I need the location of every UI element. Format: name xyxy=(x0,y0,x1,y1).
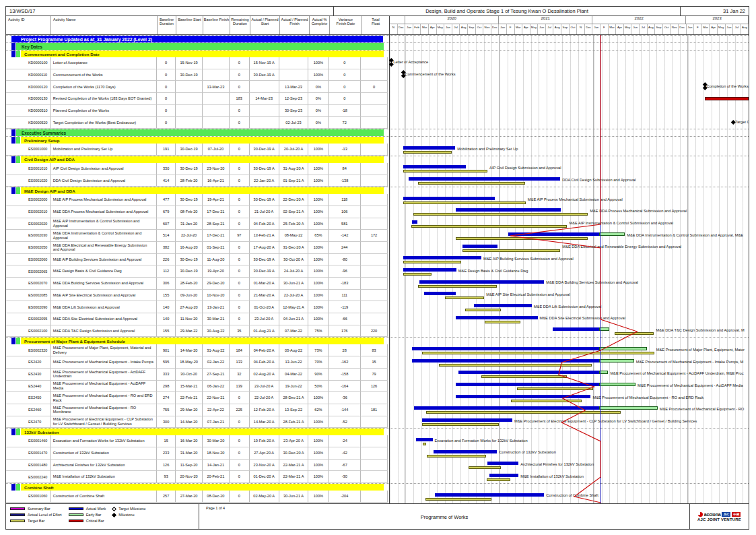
baseline-duration: 330 xyxy=(157,163,176,175)
total-float xyxy=(361,144,388,156)
timeline-month: F xyxy=(694,24,702,34)
group-indent-band xyxy=(16,51,20,57)
group-indent-band xyxy=(11,429,15,435)
timeline-year: 2022 xyxy=(592,16,686,24)
remaining-duration: 0 xyxy=(230,175,250,187)
actual-start xyxy=(250,105,279,117)
actual-finish: 25-Feb-20 A xyxy=(279,218,309,230)
gantt-bar-target xyxy=(422,423,499,426)
actual-start xyxy=(250,117,279,129)
activity-name: Commencement of the Works xyxy=(51,69,157,82)
baseline-duration: 0 xyxy=(157,105,176,117)
pct-complete: 0% xyxy=(308,81,329,93)
gantt-bar-target xyxy=(413,213,588,216)
pct-complete: 73% xyxy=(308,344,329,356)
gantt-cell: M&E Procurement of Mechanical Equipment … xyxy=(388,356,749,369)
legend-swatch xyxy=(10,513,25,516)
actual-finish: 22-Mar-21 A xyxy=(279,460,309,472)
pct-complete: 90% xyxy=(308,369,329,381)
timeline-month: Nov xyxy=(483,24,491,34)
baseline-finish: 06-Jan-22 xyxy=(203,381,230,393)
gantt-cell: M&E DDA Building Services Submission and… xyxy=(388,278,749,290)
table-row: ES0002320M&E Procurement of Major Plant,… xyxy=(6,344,749,356)
remaining-duration: 35 xyxy=(230,325,250,338)
activity-id-cell: ES0002060 xyxy=(6,254,51,266)
timeline-month: Feb xyxy=(413,24,421,34)
baseline-finish: 30-Mar-20 xyxy=(203,435,230,447)
gantt-bar-label: M&E DDA Site Electrical Submission and A… xyxy=(540,316,625,320)
timeline-month: F xyxy=(600,24,609,34)
group-indent-band xyxy=(16,484,20,491)
gantt-bar-label: M&E DDA Electrical and Renewable Energy … xyxy=(562,245,681,249)
group-indent-band xyxy=(16,137,20,144)
group-gantt-space xyxy=(384,484,745,491)
group-indent-band xyxy=(16,156,20,163)
gantt-cell: Excavation and Formation Works for 132kV… xyxy=(388,435,749,447)
timeline-month: Aug xyxy=(553,24,561,34)
variance-finish: -30 xyxy=(329,471,361,483)
baseline-finish xyxy=(203,105,230,117)
activity-id-cell: ES0002030 xyxy=(6,230,51,242)
timeline-header: 2020202120222023 NDecJanFebMarAprMayJunJ… xyxy=(389,16,749,34)
timeline-month: Oct xyxy=(663,24,671,34)
pct-complete: 100% xyxy=(308,254,329,266)
group-indent-band xyxy=(11,129,15,136)
gantt-cell: Commencement of the Works xyxy=(388,69,749,82)
baseline-duration: 155 xyxy=(157,325,176,338)
baseline-start: 22-Feb-21 xyxy=(176,392,203,404)
baseline-duration: 274 xyxy=(157,392,176,404)
total-float xyxy=(361,460,388,472)
remaining-duration: 0 xyxy=(230,218,250,230)
baseline-start: 16-Aug-20 xyxy=(176,242,203,254)
baseline-finish: 11-Aug-20 xyxy=(203,254,230,266)
group-header-label: Executive Summaries xyxy=(16,129,384,136)
table-row: ES0001010AIP Civil Design Submission and… xyxy=(6,163,749,175)
total-float xyxy=(361,290,388,302)
table-row: ES0002090M&E DDA Lift Submission and App… xyxy=(6,301,749,313)
baseline-start: 29-Mar-22 xyxy=(176,325,203,338)
group-gantt-space xyxy=(384,137,745,144)
gantt-bar-label: M&E AIP Site Electrical Submission and A… xyxy=(486,292,570,296)
activity-name: M&E Procurement of Mechanical Equipment … xyxy=(51,404,157,416)
footer-center: Page 1 of 4 Programme of Works xyxy=(199,504,689,529)
baseline-duration: 0 xyxy=(157,69,176,82)
variance-finish: 0 xyxy=(329,69,361,82)
actual-start: 21-Jul-20 A xyxy=(250,206,279,218)
baseline-start: 30-Dec-19 xyxy=(176,69,203,82)
pct-complete: 62% xyxy=(308,404,329,416)
gantt-bar-target xyxy=(511,400,582,402)
milestone-icon xyxy=(112,512,116,517)
activity-name: M&E DDA Building Services Submission and… xyxy=(51,278,157,290)
baseline-finish: 02-Jan-22 xyxy=(203,356,230,369)
group-header-label: Preliminary Setup xyxy=(21,137,384,144)
total-float xyxy=(361,69,388,82)
baseline-finish: 30-Mar-21 xyxy=(203,313,230,325)
activity-id: KD0000120 xyxy=(26,85,47,89)
gantt-bar-label: M&E DDA Process Mechanical Submission an… xyxy=(590,209,687,213)
pct-complete: 100% xyxy=(308,447,329,460)
baseline-start: 30-Dec-19 xyxy=(176,265,203,278)
total-float xyxy=(361,301,388,313)
activity-id: ES2420 xyxy=(26,360,41,364)
activity-id-cell: ES2420 xyxy=(6,356,51,369)
gantt-bar-actual xyxy=(489,474,518,477)
baseline-start: 31-Jan-20 xyxy=(176,218,203,230)
timeline-month: Apr xyxy=(616,24,624,34)
variance-finish: -18 xyxy=(329,105,361,117)
actual-start: 30-Dec-19 A xyxy=(250,163,279,175)
table-row: ES0001470Construction of 132kV Substatio… xyxy=(6,447,749,460)
gantt-bar-label: M&E Procurement of Mechanical Equipment … xyxy=(660,407,745,411)
variance-finish: 0 xyxy=(329,93,361,105)
legend-item: Target Bar xyxy=(10,519,62,523)
table-row: ES0001060Construction of Combine Shaft25… xyxy=(6,491,749,503)
pct-complete: 100% xyxy=(308,194,329,206)
activity-id-cell: ES0001470 xyxy=(6,447,51,460)
group-row: Commencement and Completion Date xyxy=(6,50,749,57)
remaining-duration: 0 xyxy=(230,416,250,429)
column-header-8: Actual % Complete xyxy=(310,16,330,34)
table-row: ES0002010M&E DDA Process Mechanical Subm… xyxy=(6,206,749,218)
activity-id: KD0000110 xyxy=(26,73,47,77)
gantt-cell: M&E DDA Instrumentation & Control Submis… xyxy=(388,230,749,242)
baseline-start: 30-Dec-19 xyxy=(176,144,203,156)
activity-id-cell: ES0001460 xyxy=(6,435,51,447)
